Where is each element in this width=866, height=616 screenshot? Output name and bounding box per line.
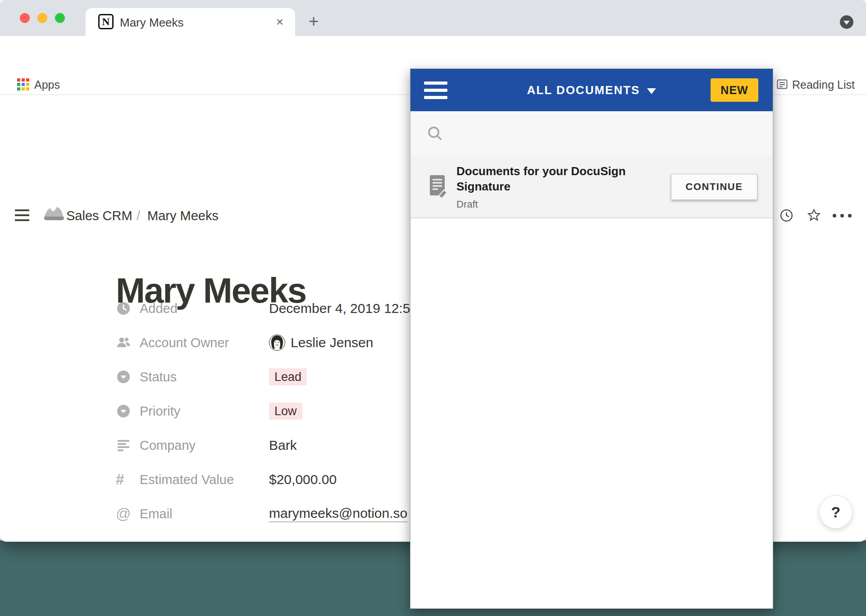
screenshot-root: { "browser": { "tab_title": "Mary Meeks"…: [0, 0, 866, 616]
tab-strip: N Mary Meeks × +: [0, 0, 866, 36]
page-more-options-icon[interactable]: [833, 214, 852, 217]
person-name: Leslie Jensen: [291, 335, 373, 350]
property-value[interactable]: Lead: [269, 368, 307, 385]
new-tab-button[interactable]: +: [309, 13, 319, 30]
status-tag[interactable]: Lead: [269, 368, 307, 385]
email-link[interactable]: marymeeks@notion.so: [269, 506, 407, 522]
document-list-empty-area: [410, 218, 773, 608]
document-edit-icon: [428, 174, 449, 199]
page-history-clock-icon[interactable]: [779, 208, 793, 224]
new-document-button[interactable]: NEW: [711, 78, 758, 102]
property-value[interactable]: Leslie Jensen: [269, 335, 373, 351]
all-documents-label[interactable]: ALL DOCUMENTS: [527, 83, 640, 97]
priority-tag[interactable]: Low: [269, 403, 302, 420]
property-value[interactable]: $20,000.00: [269, 472, 337, 487]
property-value[interactable]: Low: [269, 403, 302, 420]
reading-list-icon[interactable]: [776, 78, 789, 92]
property-label[interactable]: Estimated Value: [140, 472, 269, 487]
notion-sidebar-hamburger-icon[interactable]: [15, 209, 29, 221]
dropdown-triangle-icon: [647, 88, 656, 94]
notion-favicon-icon: N: [98, 14, 114, 29]
tab-search-chevron-icon[interactable]: [840, 15, 853, 29]
apps-label[interactable]: Apps: [34, 78, 60, 91]
text-icon: [116, 438, 140, 453]
apps-grid-icon[interactable]: [17, 78, 29, 90]
property-value[interactable]: December 4, 2019 12:52: [269, 301, 418, 316]
tab-title: Mary Meeks: [120, 16, 184, 30]
search-icon: [427, 125, 444, 142]
favorite-star-icon[interactable]: [807, 208, 821, 224]
property-label[interactable]: Status: [140, 370, 269, 385]
docusign-menu-hamburger-icon[interactable]: [424, 82, 447, 99]
browser-tab[interactable]: N Mary Meeks ×: [86, 8, 295, 36]
zoom-window-button[interactable]: [55, 13, 65, 23]
property-value[interactable]: Bark: [269, 438, 297, 453]
reading-list-label[interactable]: Reading List: [792, 78, 855, 91]
document-title: Documents for your DocuSign Signature: [456, 163, 646, 194]
email-at-icon: @: [116, 505, 140, 522]
property-label[interactable]: Account Owner: [140, 335, 269, 350]
leslie-jensen-avatar: [269, 335, 285, 351]
number-hash-icon: #: [116, 471, 140, 488]
help-button[interactable]: ?: [819, 495, 852, 529]
continue-button[interactable]: CONTINUE: [671, 174, 757, 200]
property-label[interactable]: Priority: [140, 404, 269, 419]
document-status: Draft: [456, 199, 646, 210]
docusign-header: ALL DOCUMENTS NEW: [410, 69, 773, 111]
tab-close-icon[interactable]: ×: [271, 14, 288, 31]
minimize-window-button[interactable]: [37, 13, 47, 23]
select-icon: [116, 403, 140, 419]
document-search-bar[interactable]: [410, 111, 773, 156]
breadcrumb-separator: /: [137, 208, 140, 223]
select-icon: [116, 369, 140, 385]
breadcrumb-page[interactable]: Mary Meeks: [147, 208, 219, 223]
sneaker-icon: [43, 204, 64, 224]
person-icon: [116, 335, 140, 350]
docusign-popup: ALL DOCUMENTS NEW Documents for your Doc…: [410, 68, 773, 609]
breadcrumb-workspace[interactable]: Sales CRM: [66, 208, 132, 223]
property-value[interactable]: marymeeks@notion.so: [269, 506, 407, 522]
document-list-item[interactable]: Documents for your DocuSign Signature Dr…: [410, 156, 773, 218]
created-time-clock-icon: [116, 301, 140, 316]
document-info: Documents for your DocuSign Signature Dr…: [456, 163, 646, 210]
property-label[interactable]: Email: [140, 507, 269, 521]
property-label[interactable]: Company: [140, 438, 269, 453]
property-label[interactable]: Added: [140, 301, 269, 316]
close-window-button[interactable]: [20, 13, 30, 23]
